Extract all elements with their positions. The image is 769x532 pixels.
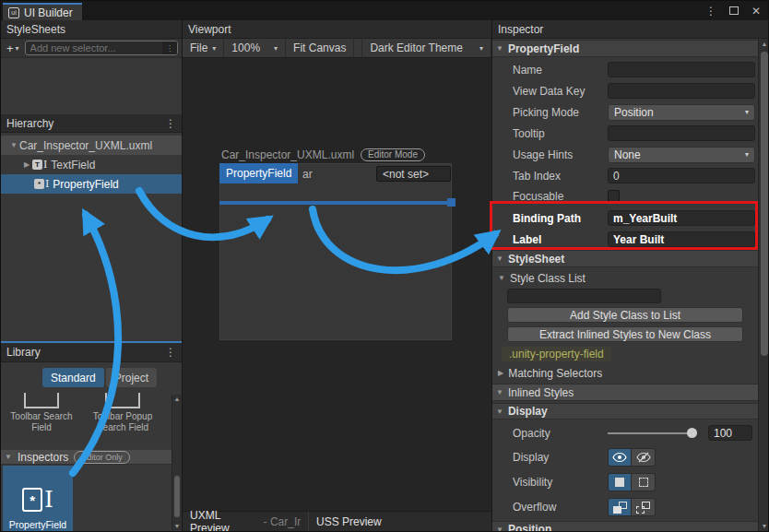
inspector-scrollbar[interactable]: ▲ ▼ bbox=[758, 39, 769, 531]
scroll-down-icon[interactable]: ▼ bbox=[172, 523, 182, 529]
chevron-down-icon: ▾ bbox=[745, 108, 749, 116]
overflow-visible-icon bbox=[613, 502, 627, 514]
library-tile-toolbar-search[interactable]: Toolbar Search Field bbox=[1, 393, 82, 449]
display-none-toggle[interactable] bbox=[632, 448, 656, 467]
visibility-hidden-toggle[interactable] bbox=[632, 473, 656, 491]
stylesheets-header: StyleSheets bbox=[1, 20, 182, 39]
foldout-open-icon[interactable]: ▼ bbox=[496, 408, 503, 416]
theme-dropdown[interactable]: Dark Editor Theme ▾ bbox=[361, 39, 491, 57]
binding-path-input[interactable] bbox=[608, 210, 755, 226]
hierarchy-menu-icon[interactable]: ⋮ bbox=[165, 117, 176, 130]
canvas-body[interactable]: PropertyField ar <not set> bbox=[219, 163, 452, 340]
viewport-canvas-area[interactable]: Car_Inspector_UXML.uxml Editor Mode Prop… bbox=[183, 58, 491, 511]
visibility-visible-toggle[interactable] bbox=[608, 473, 632, 491]
foldout-display[interactable]: ▼ Display bbox=[492, 403, 758, 420]
overflow-hidden-toggle[interactable] bbox=[632, 498, 656, 516]
style-class-chip[interactable]: .unity-property-field bbox=[502, 347, 611, 361]
row-tooltip: Tooltip bbox=[492, 123, 758, 144]
label-input[interactable] bbox=[608, 231, 755, 247]
style-class-input[interactable] bbox=[507, 289, 661, 303]
foldout-open-icon[interactable]: ▼ bbox=[496, 388, 503, 396]
foldout-closed-icon[interactable]: ▶ bbox=[498, 369, 503, 377]
canvas-titlebar[interactable]: Car_Inspector_UXML.uxml Editor Mode bbox=[219, 146, 452, 163]
selector-options-icon[interactable]: ⋮ bbox=[162, 41, 177, 54]
scroll-up-icon[interactable]: ▲ bbox=[759, 41, 769, 47]
library-scrollbar[interactable]: ▲ ▼ bbox=[172, 395, 182, 530]
canvas-title: Car_Inspector_UXML.uxml bbox=[221, 148, 354, 161]
foldout-matching-selectors[interactable]: ▶ Matching Selectors bbox=[492, 365, 758, 381]
foldout-open-icon[interactable]: ▼ bbox=[5, 453, 12, 461]
tree-row-root[interactable]: ▼ Car_Inspector_UXML.uxml bbox=[1, 136, 182, 155]
tab-standard[interactable]: Standard bbox=[42, 368, 104, 387]
document-canvas[interactable]: Car_Inspector_UXML.uxml Editor Mode Prop… bbox=[219, 146, 452, 340]
view-data-key-input[interactable] bbox=[608, 83, 755, 99]
tile-label: PropertyField bbox=[9, 519, 66, 530]
library-menu-icon[interactable]: ⋮ bbox=[165, 346, 176, 359]
window-menu-icon[interactable]: ⋮ bbox=[705, 5, 716, 18]
foldout-inlined-styles[interactable]: ▼ Inlined Styles bbox=[492, 384, 758, 401]
add-style-class-button[interactable]: Add Style Class to List bbox=[507, 307, 743, 323]
slider-knob[interactable] bbox=[687, 428, 697, 438]
inspector-panel: Inspector ▼ PropertyField Name View Data… bbox=[492, 20, 769, 531]
foldout-open-icon[interactable]: ▼ bbox=[496, 526, 503, 532]
new-selector-field[interactable]: ⋮ bbox=[25, 41, 178, 55]
tooltip-input[interactable] bbox=[608, 125, 755, 141]
foldout-propertyfield[interactable]: ▼ PropertyField bbox=[492, 40, 758, 57]
eye-icon bbox=[612, 452, 627, 463]
extract-inlined-styles-button[interactable]: Extract Inlined Styles to New Class bbox=[507, 326, 743, 342]
maximize-icon[interactable] bbox=[729, 6, 739, 15]
foldout-stylesheet[interactable]: ▼ StyleSheet bbox=[492, 250, 758, 267]
tab-ui-builder[interactable]: ui UI Builder bbox=[3, 3, 82, 20]
tree-root-label: Car_Inspector_UXML.uxml bbox=[19, 139, 152, 152]
foldout-open-icon[interactable]: ▼ bbox=[496, 44, 503, 53]
display-flex-toggle[interactable] bbox=[608, 448, 632, 467]
row-visibility: Visibility bbox=[492, 471, 758, 493]
tab-index-input[interactable] bbox=[608, 168, 755, 183]
chevron-down-icon: ▾ bbox=[274, 44, 278, 53]
inspectors-foldout[interactable]: ▼ Inspectors Editor Only bbox=[1, 449, 182, 465]
editor-mode-badge[interactable]: Editor Mode bbox=[361, 148, 425, 161]
plus-icon: + bbox=[6, 41, 14, 55]
foldout-style-class-list[interactable]: ▼ Style Class List bbox=[492, 270, 758, 286]
opacity-value-input[interactable] bbox=[708, 425, 752, 441]
tree-row-textfield[interactable]: ▶ T I TextField bbox=[1, 155, 182, 174]
library-tile-propertyfield[interactable]: * I PropertyField bbox=[3, 466, 73, 532]
tab-uxml-preview[interactable]: UXML Preview - Car_In bbox=[183, 512, 309, 531]
picking-mode-dropdown[interactable]: Position ▾ bbox=[608, 104, 755, 121]
scroll-up-icon[interactable]: ▲ bbox=[172, 396, 182, 402]
selected-element-tag[interactable]: PropertyField bbox=[219, 163, 298, 183]
propertyfield-element[interactable]: PropertyField ar <not set> bbox=[220, 164, 451, 183]
scrollbar-thumb[interactable] bbox=[174, 476, 180, 517]
file-menu[interactable]: File ▾ bbox=[183, 39, 224, 57]
tab-project[interactable]: Project bbox=[106, 368, 157, 387]
library-tabs: Standard Project bbox=[1, 362, 182, 393]
zoom-dropdown[interactable]: 100% ▾ bbox=[224, 39, 286, 57]
fit-canvas-button[interactable]: Fit Canvas bbox=[286, 39, 354, 57]
usage-hints-dropdown[interactable]: None ▾ bbox=[608, 147, 755, 163]
tree-row-propertyfield[interactable]: * I PropertyField bbox=[1, 174, 182, 194]
foldout-open-icon[interactable]: ▼ bbox=[8, 141, 19, 149]
focusable-checkbox[interactable] bbox=[608, 190, 620, 202]
overflow-visible-toggle[interactable] bbox=[608, 498, 632, 516]
foldout-open-icon[interactable]: ▼ bbox=[498, 274, 505, 282]
row-display: Display bbox=[492, 446, 758, 468]
hierarchy-header: Hierarchy ⋮ bbox=[1, 114, 182, 133]
foldout-closed-icon[interactable]: ▶ bbox=[21, 160, 32, 169]
opacity-slider[interactable] bbox=[608, 424, 697, 443]
window-titlebar: ui UI Builder ⋮ ✕ bbox=[1, 1, 769, 20]
stylesheets-toolbar: + ▾ ⋮ bbox=[1, 39, 182, 58]
viewport-title: Viewport bbox=[188, 23, 231, 36]
name-input[interactable] bbox=[608, 62, 755, 77]
scroll-down-icon[interactable]: ▼ bbox=[759, 523, 769, 529]
new-selector-input[interactable] bbox=[26, 42, 162, 53]
scrollbar-thumb[interactable] bbox=[761, 52, 768, 356]
inspectors-label: Inspectors bbox=[18, 451, 68, 464]
add-selector-button[interactable]: + ▾ bbox=[5, 41, 21, 55]
element-value-field[interactable]: <not set> bbox=[376, 166, 451, 182]
resize-handle[interactable] bbox=[447, 198, 455, 207]
foldout-open-icon[interactable]: ▼ bbox=[496, 254, 503, 263]
library-tile-toolbar-popup-search[interactable]: Toolbar Popup Search Field bbox=[82, 393, 163, 449]
foldout-position[interactable]: ▼ Position bbox=[492, 521, 758, 531]
tab-uss-preview[interactable]: USS Preview bbox=[309, 512, 389, 531]
close-icon[interactable]: ✕ bbox=[751, 5, 761, 18]
